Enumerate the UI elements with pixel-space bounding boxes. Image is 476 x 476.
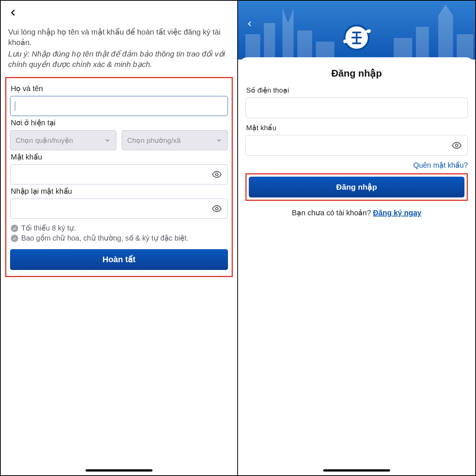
password-req-2-text: Bao gồm chữ hoa, chữ thường, số & ký tự … bbox=[21, 234, 189, 242]
complete-button[interactable]: Hoàn tất bbox=[10, 249, 228, 270]
svg-rect-5 bbox=[298, 30, 312, 60]
svg-rect-3 bbox=[264, 23, 275, 60]
login-button[interactable]: Đăng nhập bbox=[249, 177, 464, 197]
login-screen: Đăng nhập Số điện thoại Mật khẩu Quên mậ… bbox=[238, 1, 475, 475]
svg-point-0 bbox=[216, 173, 218, 176]
login-button-label: Đăng nhập bbox=[336, 183, 377, 192]
fullname-label: Họ và tên bbox=[11, 84, 228, 93]
back-button[interactable] bbox=[245, 19, 255, 29]
intro-text: Vui lòng nhập họ tên và mật khẩu để hoàn… bbox=[8, 27, 230, 48]
app-logo-icon bbox=[341, 22, 373, 54]
hero-banner bbox=[238, 1, 475, 60]
password-input[interactable] bbox=[10, 164, 228, 184]
svg-marker-9 bbox=[438, 4, 453, 60]
login-password-input[interactable] bbox=[245, 135, 468, 156]
chevron-left-icon bbox=[247, 20, 253, 27]
login-button-highlight: Đăng nhập bbox=[245, 173, 468, 201]
district-placeholder: Chọn quận/huyện bbox=[16, 136, 73, 145]
svg-marker-4 bbox=[283, 8, 294, 60]
ward-select[interactable]: Chọn phường/xã bbox=[122, 130, 228, 150]
back-button[interactable] bbox=[7, 7, 19, 19]
svg-rect-8 bbox=[416, 27, 429, 60]
toggle-password-visibility[interactable] bbox=[211, 169, 222, 180]
svg-rect-2 bbox=[245, 34, 260, 60]
chevron-down-icon bbox=[104, 137, 111, 144]
password-label: Mật khẩu bbox=[11, 152, 228, 161]
chevron-left-icon bbox=[9, 9, 17, 17]
phone-label: Số điện thoại bbox=[246, 86, 468, 94]
intro-copy: Vui lòng nhập họ tên và mật khẩu để hoàn… bbox=[1, 19, 237, 74]
ward-placeholder: Chọn phường/xã bbox=[127, 136, 181, 145]
register-prompt: Bạn chưa có tài khoản? Đăng ký ngay bbox=[245, 208, 468, 217]
phone-input[interactable] bbox=[245, 97, 468, 118]
svg-point-17 bbox=[456, 144, 458, 147]
confirm-password-label: Nhập lại mật khẩu bbox=[11, 187, 228, 196]
location-label: Nơi ở hiện tại bbox=[11, 118, 228, 127]
forgot-password-link[interactable]: Quên mật khẩu? bbox=[245, 161, 468, 170]
check-icon bbox=[11, 225, 18, 232]
signup-screen: Vui lòng nhập họ tên và mật khẩu để hoàn… bbox=[1, 1, 238, 475]
intro-note: Lưu ý: Nhập đúng họ tên thật để đảm bảo … bbox=[8, 49, 230, 70]
svg-rect-7 bbox=[394, 38, 412, 60]
register-link[interactable]: Đăng ký ngay bbox=[373, 209, 421, 217]
svg-point-1 bbox=[216, 208, 218, 210]
password-requirements: Tối thiểu 8 ký tự. Bao gồm chữ hoa, chữ … bbox=[10, 224, 228, 242]
chevron-down-icon bbox=[216, 137, 222, 144]
login-password-label: Mật khẩu bbox=[246, 123, 468, 132]
home-indicator bbox=[86, 469, 152, 472]
login-card: Đăng nhập Số điện thoại Mật khẩu Quên mậ… bbox=[238, 57, 475, 219]
password-req-1: Tối thiểu 8 ký tự. bbox=[11, 224, 228, 232]
svg-rect-10 bbox=[457, 34, 473, 60]
eye-icon bbox=[451, 140, 462, 151]
eye-icon bbox=[212, 203, 222, 214]
toggle-password-visibility[interactable] bbox=[211, 203, 222, 214]
confirm-password-input[interactable] bbox=[10, 199, 228, 219]
eye-icon bbox=[212, 169, 222, 180]
password-req-1-text: Tối thiểu 8 ký tự. bbox=[21, 224, 76, 232]
register-prompt-text: Bạn chưa có tài khoản? bbox=[292, 209, 373, 217]
signup-form-highlight: Họ và tên Nơi ở hiện tại Chọn quận/huyện… bbox=[5, 77, 233, 277]
toggle-password-visibility[interactable] bbox=[451, 140, 462, 151]
check-icon bbox=[11, 235, 18, 242]
login-title: Đăng nhập bbox=[245, 68, 468, 79]
svg-rect-6 bbox=[316, 42, 334, 60]
complete-button-label: Hoàn tất bbox=[103, 255, 136, 264]
password-req-2: Bao gồm chữ hoa, chữ thường, số & ký tự … bbox=[11, 234, 228, 242]
fullname-input[interactable] bbox=[10, 96, 228, 116]
home-indicator bbox=[323, 469, 390, 472]
district-select[interactable]: Chọn quận/huyện bbox=[10, 130, 116, 150]
